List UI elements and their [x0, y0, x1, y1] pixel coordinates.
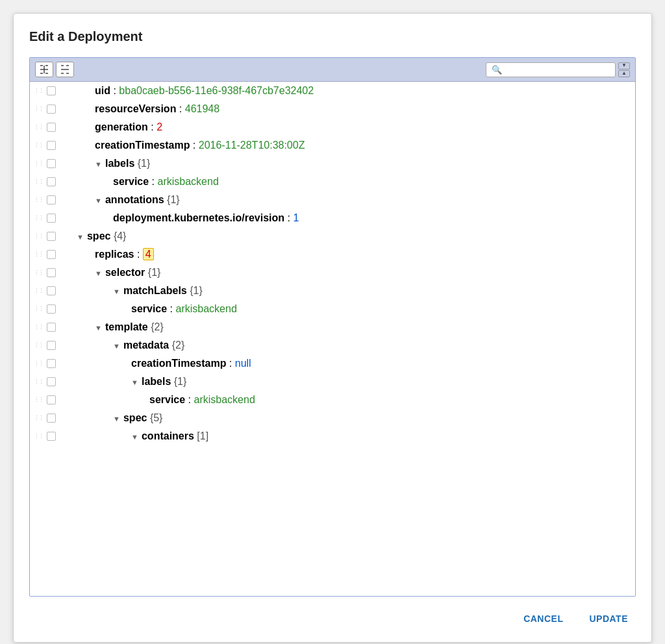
- json-editor: ▼ ▲ ⋮⋮uid : bba0caeb-b556-11e6-938f-467c…: [29, 57, 636, 597]
- row-content: creationTimestamp : 2016-11-28T10:38:00Z: [58, 137, 635, 154]
- drag-handle[interactable]: ⋮⋮: [30, 124, 44, 130]
- row-content: ▼ spec {5}: [58, 410, 635, 427]
- row-key: selector: [105, 267, 145, 278]
- row-checkbox[interactable]: [44, 286, 58, 295]
- drag-handle[interactable]: ⋮⋮: [30, 160, 44, 167]
- row-checkbox[interactable]: [44, 195, 58, 204]
- table-row: ⋮⋮service : arkisbackend: [30, 173, 635, 191]
- row-value: 461948: [185, 103, 220, 114]
- row-checkbox[interactable]: [44, 232, 58, 241]
- row-value: 1: [293, 212, 299, 223]
- row-key: service: [131, 303, 167, 314]
- drag-handle[interactable]: ⋮⋮: [30, 269, 44, 276]
- table-row: ⋮⋮generation : 2: [30, 118, 635, 136]
- dialog-title: Edit a Deployment: [29, 29, 636, 44]
- drag-handle[interactable]: ⋮⋮: [30, 342, 44, 349]
- toggle-icon[interactable]: ▼: [95, 324, 104, 332]
- row-checkbox[interactable]: [44, 141, 58, 150]
- drag-handle[interactable]: ⋮⋮: [30, 433, 44, 440]
- table-row: ⋮⋮▼ containers [1]: [30, 427, 635, 445]
- row-key: metadata: [123, 340, 169, 351]
- drag-handle[interactable]: ⋮⋮: [30, 251, 44, 258]
- drag-handle[interactable]: ⋮⋮: [30, 360, 44, 367]
- toolbar-left: [35, 62, 74, 77]
- row-checkbox[interactable]: [44, 341, 58, 350]
- drag-handle[interactable]: ⋮⋮: [30, 233, 44, 240]
- drag-handle[interactable]: ⋮⋮: [30, 179, 44, 185]
- toggle-icon[interactable]: ▼: [95, 197, 104, 204]
- row-checkbox[interactable]: [44, 304, 58, 314]
- row-key: labels: [142, 376, 171, 387]
- drag-handle[interactable]: ⋮⋮: [30, 142, 44, 149]
- row-checkbox[interactable]: [44, 177, 58, 186]
- toggle-icon[interactable]: ▼: [113, 288, 122, 295]
- toggle-icon[interactable]: ▼: [95, 269, 104, 277]
- drag-handle[interactable]: ⋮⋮: [30, 397, 44, 403]
- drag-handle[interactable]: ⋮⋮: [30, 415, 44, 421]
- dialog-footer: CANCEL UPDATE: [29, 597, 636, 629]
- row-checkbox[interactable]: [44, 323, 58, 332]
- row-checkbox[interactable]: [44, 377, 58, 386]
- row-checkbox[interactable]: [44, 86, 58, 95]
- drag-handle[interactable]: ⋮⋮: [30, 324, 44, 330]
- row-value[interactable]: 4: [143, 248, 154, 260]
- collapse-button[interactable]: [56, 62, 74, 77]
- row-separator: :: [190, 140, 198, 151]
- search-prev-button[interactable]: ▼: [618, 62, 630, 69]
- table-row: ⋮⋮▼ spec {4}: [30, 227, 635, 245]
- row-checkbox[interactable]: [44, 268, 58, 277]
- row-checkbox[interactable]: [44, 214, 58, 223]
- row-content: service : arkisbackend: [58, 173, 635, 190]
- row-checkbox[interactable]: [44, 414, 58, 423]
- table-row: ⋮⋮service : arkisbackend: [30, 391, 635, 409]
- row-value: arkisbackend: [176, 303, 237, 314]
- search-input[interactable]: [486, 62, 616, 77]
- update-button[interactable]: UPDATE: [581, 608, 636, 629]
- toggle-icon[interactable]: ▼: [113, 415, 122, 423]
- drag-handle[interactable]: ⋮⋮: [30, 197, 44, 203]
- row-key: template: [105, 321, 148, 332]
- table-row: ⋮⋮▼ matchLabels {1}: [30, 282, 635, 300]
- row-content: generation : 2: [58, 119, 635, 136]
- row-checkbox[interactable]: [44, 250, 58, 259]
- drag-handle[interactable]: ⋮⋮: [30, 306, 44, 312]
- row-content: creationTimestamp : null: [58, 355, 635, 372]
- toggle-icon[interactable]: ▼: [95, 160, 104, 168]
- toggle-icon[interactable]: ▼: [113, 342, 122, 350]
- expand-button[interactable]: [35, 62, 53, 77]
- editor-inner[interactable]: ⋮⋮uid : bba0caeb-b556-11e6-938f-467cb7e3…: [30, 82, 635, 445]
- row-content: ▼ labels {1}: [58, 373, 635, 390]
- toggle-icon[interactable]: ▼: [77, 233, 86, 241]
- row-checkbox[interactable]: [44, 395, 58, 404]
- row-content: ▼ metadata {2}: [58, 337, 635, 354]
- cancel-button[interactable]: CANCEL: [516, 608, 571, 629]
- drag-handle[interactable]: ⋮⋮: [30, 288, 44, 294]
- row-checkbox[interactable]: [44, 432, 58, 441]
- toggle-icon[interactable]: ▼: [131, 378, 140, 386]
- toggle-icon[interactable]: ▼: [131, 433, 140, 441]
- row-key: spec: [87, 230, 110, 242]
- drag-handle[interactable]: ⋮⋮: [30, 106, 44, 112]
- row-checkbox[interactable]: [44, 359, 58, 368]
- collapse-icon: [60, 64, 70, 75]
- row-key: generation: [95, 121, 148, 132]
- search-next-button[interactable]: ▲: [618, 70, 630, 77]
- row-separator: :: [110, 85, 119, 96]
- drag-handle[interactable]: ⋮⋮: [30, 215, 44, 221]
- row-value: [1]: [197, 430, 208, 441]
- row-value: {1}: [190, 285, 203, 296]
- row-separator: :: [149, 176, 157, 187]
- row-key: spec: [123, 412, 147, 423]
- expand-icon: [39, 64, 49, 75]
- drag-handle[interactable]: ⋮⋮: [30, 88, 44, 94]
- row-checkbox[interactable]: [44, 105, 58, 114]
- row-key: deployment.kubernetes.io/revision: [113, 212, 284, 223]
- row-value: {1}: [174, 376, 187, 387]
- row-checkbox[interactable]: [44, 159, 58, 168]
- table-row: ⋮⋮service : arkisbackend: [30, 300, 635, 318]
- table-row: ⋮⋮▼ selector {1}: [30, 264, 635, 282]
- drag-handle[interactable]: ⋮⋮: [30, 378, 44, 385]
- row-checkbox[interactable]: [44, 123, 58, 132]
- row-separator: :: [167, 303, 175, 314]
- row-content: service : arkisbackend: [58, 391, 635, 408]
